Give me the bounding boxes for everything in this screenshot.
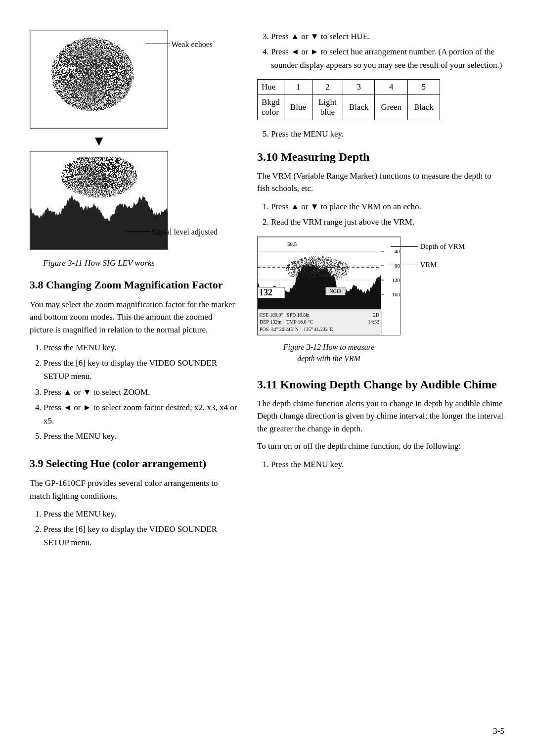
step-38-2: Press the [6] key to display the VIDEO S… <box>44 356 237 383</box>
step-39-2: Press the [6] key to display the VIDEO S… <box>44 522 237 549</box>
step-38-4: Press ◄ or ► to select zoom factor desir… <box>44 401 237 427</box>
section-3-10: 3.10 Measuring Depth The VRM (Variable R… <box>257 150 504 364</box>
step-39-5: Press the MENU key. <box>271 127 504 141</box>
section-3-9: 3.9 Selecting Hue (color arrangement) Th… <box>30 457 237 549</box>
sounder-top-image <box>30 30 168 129</box>
hue-value-row: Bkgdcolor Blue Lightblue Black Green Bla… <box>258 94 440 120</box>
hue-val-3: Black <box>343 94 375 120</box>
hue-val-5: Black <box>407 94 440 120</box>
section-39-heading: 3.9 Selecting Hue (color arrangement) <box>30 457 237 471</box>
step-311-1: Press the MENU key. <box>271 458 504 471</box>
section-311-steps: Press the MENU key. <box>271 458 504 471</box>
hue-col-2: 2 <box>312 79 343 94</box>
step-39-3: Press ▲ or ▼ to select HUE. <box>271 30 504 43</box>
hue-val-1: Blue <box>284 94 312 120</box>
fig-11-caption: Figure 3-11 How SIG LEV works <box>30 258 168 268</box>
section-38-intro: You may select the zoom magnification fa… <box>30 298 237 336</box>
hue-col-label: Hue <box>258 79 284 94</box>
vrm-figure: Depth of VRM VRM Figure 3-12 How to meas… <box>257 236 504 364</box>
vrm-fig-caption: Figure 3-12 How to measure depth with th… <box>257 342 400 364</box>
section-310-steps: Press ▲ or ▼ to place the VRM on an echo… <box>271 200 504 229</box>
step-38-1: Press the MENU key. <box>44 341 237 354</box>
section-3-8: 3.8 Changing Zoom Magnification Factor Y… <box>30 278 237 443</box>
section-311-intro1: The depth chime function alerts you to c… <box>257 397 504 435</box>
step-38-3: Press ▲ or ▼ to select ZOOM. <box>44 385 237 399</box>
figure-3-11-container: Weak echoes ▼ Signal level adjusted Figu… <box>30 30 237 268</box>
section-311-heading: 3.11 Knowing Depth Change by Audible Chi… <box>257 378 504 391</box>
vrm-right-labels: Depth of VRM VRM <box>391 241 465 270</box>
section-39-steps: Press the MENU key. Press the [6] key to… <box>44 507 237 550</box>
step-39-4: Press ◄ or ► to select hue arrangement n… <box>271 45 504 72</box>
section-3-11: 3.11 Knowing Depth Change by Audible Chi… <box>257 378 504 471</box>
depth-of-vrm-label: Depth of VRM <box>391 241 465 252</box>
section-38-heading: 3.8 Changing Zoom Magnification Factor <box>30 278 237 292</box>
section-39-intro: The GP-1610CF provides several color arr… <box>30 477 237 502</box>
step-310-2: Read the VRM range just above the VRM. <box>271 215 504 229</box>
weak-echoes-label: Weak echoes <box>171 40 213 50</box>
hue-row-label: Bkgdcolor <box>258 94 284 120</box>
page-number: 3-5 <box>493 726 504 736</box>
left-column: Weak echoes ▼ Signal level adjusted Figu… <box>30 30 237 564</box>
vrm-canvas <box>258 237 400 335</box>
vrm-screen <box>257 236 400 335</box>
down-arrow: ▼ <box>30 133 168 149</box>
signal-level-label: Signal level adjusted <box>152 227 218 237</box>
vrm-label: VRM <box>391 260 465 270</box>
sounder-bottom-image <box>30 151 168 250</box>
section-311-intro2: To turn on or off the depth chime functi… <box>257 440 504 453</box>
section-39-continued: Press ▲ or ▼ to select HUE. Press ◄ or ►… <box>257 30 504 72</box>
section-310-heading: 3.10 Measuring Depth <box>257 150 504 164</box>
step-38-5: Press the MENU key. <box>44 429 237 443</box>
section-38-steps: Press the MENU key. Press the [6] key to… <box>44 341 237 443</box>
step-310-1: Press ▲ or ▼ to place the VRM on an echo… <box>271 200 504 213</box>
hue-col-3: 3 <box>343 79 375 94</box>
hue-table: Hue 1 2 3 4 5 Bkgdcolor Blue Lightblue B… <box>257 79 440 120</box>
hue-val-4: Green <box>375 94 408 120</box>
step-39-1: Press the MENU key. <box>44 507 237 520</box>
hue-header-row: Hue 1 2 3 4 5 <box>258 79 440 94</box>
hue-col-5: 5 <box>407 79 440 94</box>
section-310-intro: The VRM (Variable Range Marker) function… <box>257 170 504 195</box>
right-column: Press ▲ or ▼ to select HUE. Press ◄ or ►… <box>257 30 504 564</box>
hue-col-4: 4 <box>375 79 408 94</box>
hue-col-1: 1 <box>284 79 312 94</box>
hue-val-2: Lightblue <box>312 94 343 120</box>
